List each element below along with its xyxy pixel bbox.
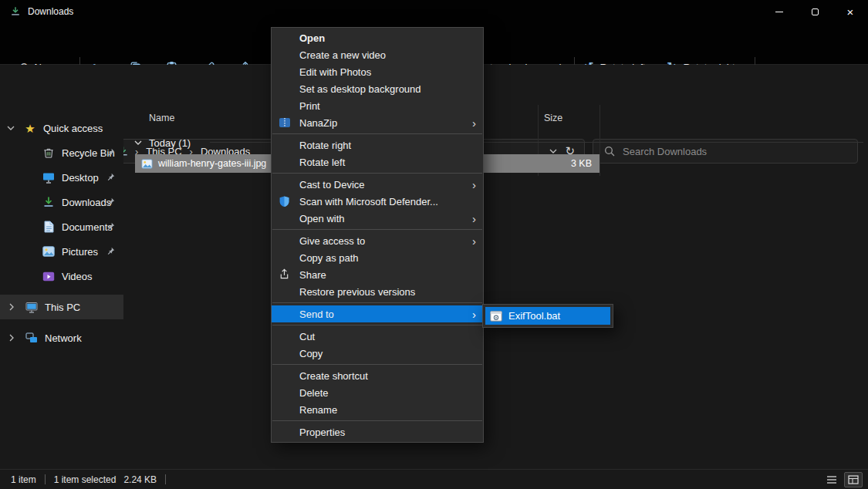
details-view-icon <box>826 475 837 484</box>
sidebar-item-label: Downloads <box>62 197 111 208</box>
sidebar-item-network[interactable]: Network <box>0 325 123 350</box>
menu-item-edit-with-photos[interactable]: Edit with Photos <box>272 63 483 80</box>
status-divider <box>45 474 46 484</box>
group-header-today[interactable]: Today (1) <box>134 136 191 150</box>
menu-item-set-as-desktop-background[interactable]: Set as desktop background <box>272 80 483 97</box>
column-divider[interactable] <box>599 105 600 176</box>
chevron-down-icon[interactable] <box>6 126 15 130</box>
window-controls: × <box>762 0 868 23</box>
menu-separator <box>272 227 483 232</box>
image-file-icon <box>141 159 153 169</box>
menu-item-open[interactable]: Open <box>272 29 483 46</box>
menu-item-give-access-to[interactable]: Give access to › <box>272 232 483 249</box>
file-name: william-henry-gates-iii.jpg <box>158 158 266 169</box>
menu-item-create-shortcut[interactable]: Create shortcut <box>272 367 483 384</box>
menu-item-share[interactable]: Share <box>272 266 483 283</box>
menu-item-create-a-new-video[interactable]: Create a new video <box>272 46 483 63</box>
sidebar-item-label: Quick access <box>43 123 103 134</box>
sidebar-item-label: Pictures <box>62 246 98 258</box>
sidebar-item-quick-access[interactable]: ★ Quick access <box>0 116 123 140</box>
chevron-right-icon[interactable] <box>9 303 15 311</box>
menu-separator <box>272 322 483 328</box>
batch-file-icon <box>490 311 502 322</box>
submenu-arrow-icon: › <box>472 213 476 224</box>
sidebar-item-videos[interactable]: Videos <box>0 264 123 288</box>
close-icon: × <box>847 6 854 18</box>
details-view-button[interactable] <box>822 472 841 487</box>
submenu-arrow-icon: › <box>472 309 476 320</box>
menu-item-copy-as-path[interactable]: Copy as path <box>272 249 483 266</box>
submenu-item-label: ExifTool.bat <box>508 310 560 322</box>
menu-separator <box>272 131 483 137</box>
sidebar-item-downloads[interactable]: Downloads <box>0 190 123 214</box>
pin-icon <box>106 222 115 231</box>
close-button[interactable]: × <box>833 0 868 23</box>
star-icon: ★ <box>23 123 37 134</box>
sidebar-item-desktop[interactable]: Desktop <box>0 165 123 190</box>
sidebar-item-label: Network <box>45 332 82 344</box>
sidebar-item-documents[interactable]: Documents <box>0 214 123 239</box>
network-icon <box>25 332 39 343</box>
sidebar-item-label: Desktop <box>62 172 99 184</box>
file-list-pane: Name Size Today (1) william-henry-gates-… <box>123 103 868 469</box>
window-title: Downloads <box>28 6 73 17</box>
pin-icon <box>106 247 115 255</box>
minimize-icon <box>775 12 783 12</box>
status-item-count: 1 item <box>11 474 36 485</box>
column-header-name[interactable]: Name <box>149 113 174 123</box>
pictures-icon <box>42 246 56 257</box>
sidebar-item-pictures[interactable]: Pictures <box>0 239 123 264</box>
menu-item-send-to[interactable]: Send to › <box>272 305 483 322</box>
chevron-down-icon[interactable] <box>134 140 142 145</box>
maximize-icon <box>812 8 819 15</box>
pin-icon <box>106 197 115 206</box>
menu-item-properties[interactable]: Properties <box>272 423 483 440</box>
submenu-arrow-icon: › <box>472 179 476 191</box>
minimize-button[interactable] <box>762 0 797 23</box>
pin-icon <box>106 173 115 181</box>
menu-item-open-with[interactable]: Open with › <box>272 210 483 227</box>
chevron-right-icon[interactable] <box>9 334 15 342</box>
downloads-app-icon <box>10 6 21 17</box>
menu-item-copy[interactable]: Copy <box>272 345 483 362</box>
menu-separator <box>272 170 483 176</box>
menu-item-cut[interactable]: Cut <box>272 328 483 345</box>
file-size: 3 KB <box>571 158 592 169</box>
menu-item-cast-to-device[interactable]: Cast to Device › <box>272 176 483 193</box>
submenu-item-exiftool[interactable]: ExifTool.bat <box>485 307 610 325</box>
monitor-icon <box>25 302 39 313</box>
context-menu: Open Create a new video Edit with Photos… <box>271 27 484 443</box>
sidebar-item-this-pc[interactable]: This PC <box>0 295 123 319</box>
menu-item-rename[interactable]: Rename <box>272 401 483 418</box>
status-selection-size: 2.24 KB <box>123 474 157 485</box>
defender-shield-icon <box>279 195 290 207</box>
menu-item-delete[interactable]: Delete <box>272 384 483 401</box>
thumbnails-view-button[interactable] <box>844 472 863 487</box>
sidebar-item-label: This PC <box>45 302 80 313</box>
menu-separator <box>272 300 483 305</box>
view-toggle-group <box>822 472 863 487</box>
document-icon <box>42 221 56 233</box>
menu-item-rotate-left[interactable]: Rotate left <box>272 153 483 170</box>
menu-item-print[interactable]: Print <box>272 97 483 114</box>
titlebar: Downloads × <box>0 0 868 23</box>
menu-item-rotate-right[interactable]: Rotate right <box>272 137 483 153</box>
menu-separator <box>272 418 483 423</box>
submenu-arrow-icon: › <box>472 117 476 129</box>
sidebar-item-label: Videos <box>62 271 93 282</box>
menu-item-nanazip[interactable]: NanaZip › <box>272 114 483 131</box>
column-header-size[interactable]: Size <box>544 113 562 123</box>
pin-icon <box>106 148 115 157</box>
submenu-arrow-icon: › <box>472 235 476 247</box>
status-divider <box>165 474 166 484</box>
sidebar-item-recycle-bin[interactable]: Recycle Bin <box>0 140 123 165</box>
desktop-icon <box>42 172 56 184</box>
nanazip-icon <box>279 116 291 129</box>
maximize-button[interactable] <box>797 0 833 23</box>
sidebar-item-label: Documents <box>62 221 113 233</box>
menu-item-scan-with-defender[interactable]: Scan with Microsoft Defender... <box>272 193 483 210</box>
navigation-pane: ★ Quick access Recycle Bin Desktop Downl… <box>0 103 123 469</box>
send-to-submenu: ExifTool.bat <box>482 304 613 328</box>
menu-item-restore-previous-versions[interactable]: Restore previous versions <box>272 283 483 300</box>
group-header-label: Today (1) <box>149 137 191 149</box>
